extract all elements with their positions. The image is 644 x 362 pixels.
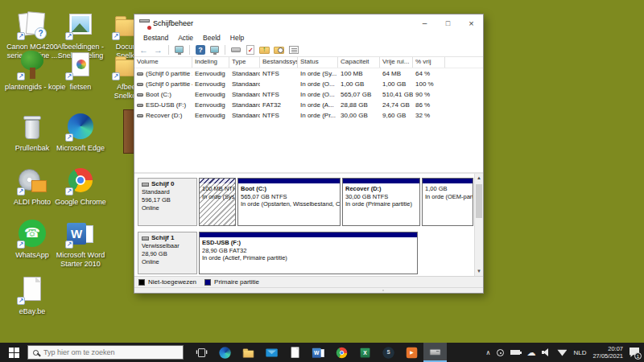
- desktop-icon-word-starter-2010[interactable]: W↗Microsoft WordStarter 2010: [53, 218, 108, 269]
- vertical-scrollbar[interactable]: ▲ ▼: [474, 174, 483, 276]
- network-icon[interactable]: [557, 349, 567, 356]
- shortcut-arrow-icon: ↗: [17, 187, 25, 195]
- taskbar-button-excel[interactable]: X: [353, 343, 377, 362]
- taskbar-button-explorer[interactable]: [237, 343, 260, 362]
- disk-icon: [142, 183, 149, 187]
- toolbar-help-icon[interactable]: ?: [194, 44, 206, 56]
- volume-row[interactable]: ESD-USB (F:)EenvoudigStandaardFAT32In or…: [134, 100, 483, 110]
- legend-item: Primaire partitie: [204, 278, 259, 286]
- column-header-8[interactable]: % vrij: [413, 57, 445, 68]
- status-bar: [134, 287, 483, 293]
- maximize-icon[interactable]: [436, 14, 460, 32]
- taskbar-button-disk-management[interactable]: [423, 343, 447, 362]
- search-input[interactable]: [43, 348, 164, 356]
- toolbar-console-icon[interactable]: [208, 44, 221, 56]
- minimize-icon[interactable]: [413, 14, 436, 32]
- partition-text: 1,00 GBIn orde (OEM-partit: [423, 183, 473, 200]
- clock[interactable]: 20:07 27/05/2021: [592, 345, 623, 360]
- desktop-icon-google-chrome[interactable]: ↗Google Chrome: [53, 165, 108, 207]
- volume-cell: 1,00 GB: [380, 80, 413, 88]
- prullenbak-icon-box: [17, 111, 47, 142]
- menu-item-beeld[interactable]: Beeld: [198, 34, 225, 42]
- partition-recover-d[interactable]: Recover (D:)30,00 GB NTFSIn orde (Primai…: [342, 178, 420, 226]
- toolbar-back-icon[interactable]: ←: [138, 44, 150, 56]
- taskbar-button-word[interactable]: W: [307, 343, 330, 362]
- partitions: ESD-USB (F:)28,90 GB FAT32In orde (Actie…: [199, 232, 473, 274]
- tray-status-icon[interactable]: [497, 349, 504, 356]
- volume-name-cell: (Schijf 0 partitie 4): [134, 80, 192, 88]
- menu-item-help[interactable]: Help: [225, 34, 249, 42]
- window-titlebar[interactable]: Schijfbeheer: [134, 14, 483, 32]
- toolbar-properties-icon[interactable]: [287, 44, 299, 56]
- taskbar-button-chrome[interactable]: [330, 343, 353, 362]
- prullenbak-icon: [17, 111, 47, 142]
- disk-icon: [142, 237, 149, 241]
- close-icon[interactable]: [460, 14, 483, 32]
- desktop-icon-ebay-be[interactable]: ↗eBay.be: [5, 274, 60, 316]
- column-header-1[interactable]: Volume: [134, 57, 192, 68]
- volume-cell: 30,00 GB: [338, 112, 380, 119]
- menu-item-actie[interactable]: Actie: [173, 34, 198, 42]
- volume-icon: [137, 114, 143, 117]
- taskbar-disk-management-icon: [428, 345, 442, 359]
- column-header-3[interactable]: Type: [229, 57, 260, 68]
- plantengids-kopie-icon-box: ↗: [17, 50, 47, 80]
- volume-icon: [137, 104, 143, 107]
- volume-row[interactable]: (Schijf 0 partitie 4)EenvoudigStandaardI…: [134, 79, 483, 89]
- column-header-4[interactable]: Bestandssys...: [260, 57, 298, 68]
- volume-name-cell: (Schijf 0 partitie 1): [134, 70, 192, 77]
- onedrive-cloud-icon[interactable]: ☁: [526, 348, 535, 357]
- taskbar-button-task-view[interactable]: [190, 343, 213, 362]
- partition-esd-usb-f[interactable]: ESD-USB (F:)28,90 GB FAT32In orde (Actie…: [199, 232, 418, 274]
- toolbar-folder-search-icon[interactable]: [273, 44, 285, 56]
- word-starter-2010-icon-box: W↗: [65, 218, 96, 249]
- graphical-view: Schijf 0Standaard596,17 GBOnline100 MB N…: [134, 172, 483, 276]
- disk-label-1[interactable]: Schijf 1Verwisselbaar28,90 GBOnline: [138, 232, 197, 274]
- toolbar-console-icon[interactable]: [173, 44, 185, 56]
- column-header-5[interactable]: Status: [298, 57, 338, 68]
- taskbar-search[interactable]: [27, 345, 184, 360]
- disk-label-0[interactable]: Schijf 0Standaard596,17 GBOnline: [138, 178, 197, 226]
- column-header-2[interactable]: Indeling: [192, 57, 229, 68]
- desktop-icon-microsoft-edge[interactable]: ↗Microsoft Edge: [53, 111, 108, 153]
- action-center-icon[interactable]: 1: [630, 348, 639, 357]
- partition-text: Boot (C:)565,07 GB NTFSIn orde (Opstarte…: [238, 183, 340, 208]
- shortcut-arrow-icon: ↗: [17, 72, 25, 80]
- toolbar-folder-up-icon[interactable]: [258, 44, 270, 56]
- taskbar-button-mail[interactable]: [260, 343, 283, 362]
- fietsen-icon-box: ↗: [65, 50, 96, 80]
- volume-cell: In orde (Sy...: [298, 70, 338, 77]
- column-header-6[interactable]: Capaciteit: [338, 57, 380, 68]
- scroll-down-icon[interactable]: ▼: [475, 267, 483, 276]
- volume-row[interactable]: (Schijf 0 partitie 1)EenvoudigStandaardN…: [134, 68, 483, 79]
- partition-1-00-gb[interactable]: 1,00 GBIn orde (OEM-partit: [422, 178, 473, 226]
- volume-row[interactable]: Boot (C:)EenvoudigStandaardNTFSIn orde (…: [134, 89, 483, 100]
- toolbar-check-doc-icon[interactable]: [244, 44, 256, 56]
- scroll-thumb[interactable]: [476, 184, 482, 218]
- desktop-icon-aldi-photo[interactable]: ↗ALDI Photo: [5, 165, 60, 207]
- partition-boot-c[interactable]: Boot (C:)565,07 GB NTFSIn orde (Opstarte…: [237, 178, 341, 226]
- battery-icon[interactable]: [510, 350, 520, 355]
- taskbar-button-notepad[interactable]: [283, 343, 307, 362]
- volume-icon[interactable]: [542, 348, 551, 356]
- language-indicator[interactable]: NLD: [573, 349, 586, 356]
- start-button[interactable]: [0, 343, 27, 362]
- taskbar-skype-icon: S: [382, 346, 395, 360]
- volume-row[interactable]: Recover (D:)EenvoudigStandaardNTFSIn ord…: [134, 110, 483, 121]
- desktop-icon-whatsapp[interactable]: ☎↗WhatsApp: [5, 218, 60, 260]
- desktop-icon-prullenbak[interactable]: Prullenbak: [5, 111, 60, 153]
- taskbar-button-edge[interactable]: [213, 343, 237, 362]
- desktop-icon-plantengids-kopie[interactable]: ↗plantengids - kopie: [5, 50, 60, 92]
- taskbar-button-skype[interactable]: S: [377, 343, 400, 362]
- volume-cell: In orde (Pr...: [298, 112, 338, 119]
- scroll-up-icon[interactable]: ▲: [475, 174, 483, 183]
- partition-100-mb-ntf[interactable]: 100 MB NTFIn orde (Sys: [199, 178, 236, 226]
- tray-expand-chevron-icon[interactable]: ∧: [486, 349, 491, 356]
- menu-item-bestand[interactable]: Bestand: [138, 34, 173, 42]
- afbeeldingen-shortcut-icon-box: ↗: [65, 10, 96, 40]
- taskbar-button-media[interactable]: ▶: [400, 343, 423, 362]
- toolbar-panel-icon[interactable]: [229, 44, 242, 56]
- toolbar-forward-icon[interactable]: →: [152, 44, 164, 56]
- shortcut-arrow-icon: ↗: [65, 241, 73, 249]
- column-header-7[interactable]: Vrije rui...: [380, 57, 413, 68]
